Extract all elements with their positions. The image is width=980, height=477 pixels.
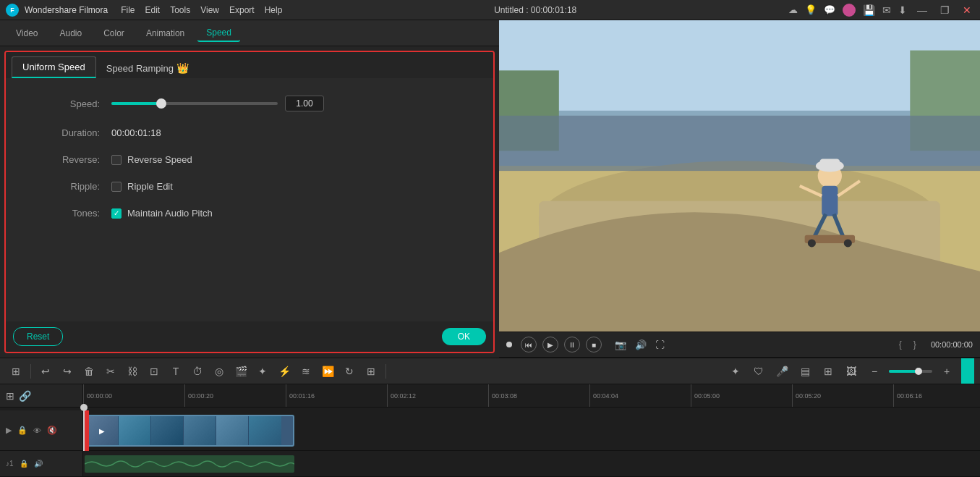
tab-audio[interactable]: Audio xyxy=(51,25,90,41)
cloud-icon[interactable]: ☁ xyxy=(788,4,798,15)
tool-crop[interactable]: ⊡ xyxy=(144,361,164,381)
tool-caption[interactable]: ▤ xyxy=(795,361,815,381)
tool-effect1[interactable]: ◎ xyxy=(209,361,229,381)
menu-tools[interactable]: Tools xyxy=(170,5,190,15)
video-clip[interactable]: ▶ xyxy=(85,415,294,447)
close-btn[interactable]: ✕ xyxy=(960,4,974,16)
ruler-mark-8: 00:06:16 xyxy=(893,384,980,407)
tones-checkbox[interactable]: ✓ xyxy=(111,208,122,219)
mute-track-icon[interactable]: 🔇 xyxy=(47,426,57,435)
duration-label: Duration: xyxy=(35,127,100,138)
svg-point-16 xyxy=(844,239,852,247)
pause-button[interactable]: ⏸ xyxy=(564,337,580,353)
play-button[interactable]: ▶ xyxy=(542,337,558,353)
tool-clock[interactable]: ⏱ xyxy=(187,361,208,381)
ruler-mark-3: 00:02:12 xyxy=(387,384,488,407)
user-avatar[interactable] xyxy=(843,4,856,17)
tab-video[interactable]: Video xyxy=(7,25,46,41)
save-icon[interactable]: 💾 xyxy=(863,4,875,16)
tool-picture[interactable]: 🖼 xyxy=(841,361,861,381)
minimize-btn[interactable]: — xyxy=(914,4,930,16)
menu-file[interactable]: File xyxy=(121,5,135,15)
step-back-button[interactable]: ⏮ xyxy=(521,337,537,353)
tab-speed[interactable]: Speed xyxy=(197,25,240,42)
tab-color[interactable]: Color xyxy=(95,25,133,41)
tool-audio-adj[interactable]: ≋ xyxy=(296,361,316,381)
tones-checkbox-label: Maintain Audio Pitch xyxy=(127,208,213,219)
menu-view[interactable]: View xyxy=(200,5,219,15)
zoom-in-icon[interactable]: + xyxy=(937,361,957,381)
reverse-row: Reverse: Reverse Speed xyxy=(35,154,464,165)
speed-slider-thumb[interactable] xyxy=(156,98,166,109)
ruler-mark-7: 00:05:20 xyxy=(792,384,893,407)
tool-grid[interactable]: ⊞ xyxy=(818,361,838,381)
tool-text[interactable]: T xyxy=(166,361,186,381)
stop-button[interactable]: ■ xyxy=(586,337,602,353)
svg-rect-7 xyxy=(499,116,980,171)
audio-track-row: ♪1 🔒 🔊 xyxy=(0,451,980,477)
speed-tabs-bar: Uniform Speed Speed Ramping 👑 xyxy=(6,52,493,78)
tool-cut[interactable]: ✂ xyxy=(101,361,121,381)
title-bar-right: ☁ 💡 💬 💾 ✉ ⬇ — ❐ ✕ xyxy=(788,4,974,17)
lock-track-icon[interactable]: 🔒 xyxy=(17,426,27,435)
menu-help[interactable]: Help xyxy=(265,5,283,15)
ruler-mark-2: 00:01:16 xyxy=(286,384,387,407)
clip-thumb-play: ▶ xyxy=(86,416,119,445)
tool-delete[interactable]: 🗑 xyxy=(79,361,99,381)
download-icon[interactable]: ⬇ xyxy=(898,4,907,16)
audio-track-content xyxy=(83,451,980,476)
title-bar-left: F Wondershare Filmora File Edit Tools Vi… xyxy=(6,4,282,17)
message-icon[interactable]: 💬 xyxy=(824,4,835,15)
ruler-mark-5: 00:04:04 xyxy=(589,384,691,407)
app-body: Video Audio Color Animation Speed Unifor… xyxy=(0,20,980,477)
play-track-icon[interactable]: ▶ xyxy=(6,426,12,435)
bell-icon[interactable]: 💡 xyxy=(805,4,817,15)
add-track-icon[interactable]: ⊞ xyxy=(6,390,14,402)
volume-icon[interactable]: 🔊 xyxy=(635,339,647,350)
maximize-btn[interactable]: ❐ xyxy=(937,4,953,16)
tool-fx[interactable]: ✦ xyxy=(725,361,746,381)
screenshot-icon[interactable]: 📷 xyxy=(615,339,626,350)
link-tracks-icon[interactable]: 🔗 xyxy=(19,390,31,402)
speed-value-input[interactable]: 1.00 xyxy=(285,96,324,111)
ruler-mark-4: 00:03:08 xyxy=(488,384,589,407)
tab-uniform-speed[interactable]: Uniform Speed xyxy=(12,56,96,78)
tool-mic[interactable]: 🎤 xyxy=(772,361,792,381)
panel-buttons: Reset OK xyxy=(6,321,493,352)
tool-speed[interactable]: ⏩ xyxy=(318,361,338,381)
timeline-ruler-row: ⊞ 🔗 00:00:00 00:00:20 00:01:16 00:02:12 … xyxy=(0,384,980,408)
ruler-mark-1: 00:00:20 xyxy=(184,384,286,407)
reverse-checkbox[interactable] xyxy=(111,155,122,165)
tool-rotate[interactable]: ↻ xyxy=(339,361,359,381)
zoom-out-icon[interactable]: − xyxy=(864,361,885,381)
audio-clip[interactable] xyxy=(85,455,294,473)
tool-film[interactable]: 🎬 xyxy=(231,361,251,381)
tool-shield[interactable]: 🛡 xyxy=(749,361,769,381)
speed-slider[interactable] xyxy=(111,102,278,105)
audio-lock-icon[interactable]: 🔒 xyxy=(20,460,28,468)
audio-volume-icon[interactable]: 🔊 xyxy=(34,460,43,468)
tool-undo[interactable]: ↩ xyxy=(35,361,56,381)
eye-track-icon[interactable]: 👁 xyxy=(33,426,41,435)
mail-icon[interactable]: ✉ xyxy=(882,4,891,16)
reset-button[interactable]: Reset xyxy=(13,327,63,346)
tool-redo[interactable]: ↪ xyxy=(57,361,77,381)
ok-button[interactable]: OK xyxy=(442,328,486,345)
tool-wand[interactable]: ✦ xyxy=(252,361,273,381)
tool-select[interactable]: ⊞ xyxy=(6,361,26,381)
playback-bar: ⏮ ▶ ⏸ ■ 📷 🔊 ⛶ { } 00:00:00:00 xyxy=(499,332,980,358)
playhead-spacer xyxy=(0,408,83,410)
divider-1 xyxy=(30,364,31,379)
ripple-checkbox[interactable] xyxy=(111,182,122,192)
tool-frame[interactable]: ⊞ xyxy=(361,361,381,381)
menu-export[interactable]: Export xyxy=(229,5,255,15)
zoom-slider[interactable] xyxy=(889,370,932,373)
tab-speed-ramping[interactable]: Speed Ramping 👑 xyxy=(96,58,199,78)
video-scene-svg xyxy=(499,20,980,332)
menu-edit[interactable]: Edit xyxy=(145,5,161,15)
tool-link[interactable]: ⛓ xyxy=(122,361,142,381)
tool-split[interactable]: ⚡ xyxy=(274,361,294,381)
tab-animation[interactable]: Animation xyxy=(137,25,193,41)
speed-panel-wrapper: Uniform Speed Speed Ramping 👑 Speed: xyxy=(4,51,495,353)
fullscreen-icon[interactable]: ⛶ xyxy=(655,339,665,350)
